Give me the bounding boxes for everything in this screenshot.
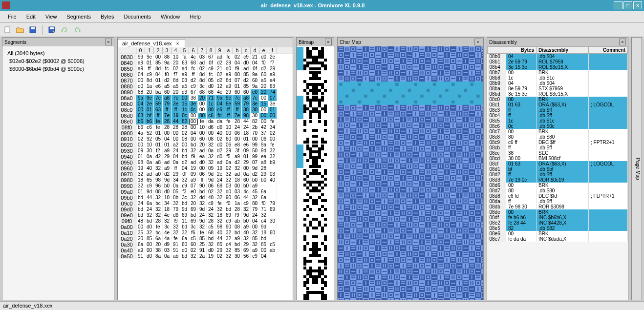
hex-row[interactable]: 0880d01ae6a5a5a5c93cd012a901859a2063 [118, 83, 293, 89]
hex-row[interactable]: 0a40a900380391d00291d029328569a900ab [118, 248, 293, 253]
disasm-row[interactable]: 08e2fe 28 44INC $4428,X [488, 220, 628, 226]
hex-row[interactable]: 0950980aa8ad0ad2add032ad0ad22907a8b9 [118, 160, 293, 165]
hex-row[interactable]: 09300930f2a924bd32ad0ad2293f09509d32 [118, 148, 293, 154]
disasm-row[interactable]: 08c51c.db $1c [488, 118, 628, 124]
disasm-row[interactable]: 08de00BRK [488, 209, 628, 215]
disasm-row[interactable]: 08db7e 98 30ROR $3098 [488, 204, 628, 209]
disasm-row[interactable]: 08cd30 00BMI $08cf [488, 156, 628, 161]
hex-tab[interactable]: air_defense_v18.xex × [118, 39, 185, 47]
disasm-row[interactable]: 08d2ff.db $ff [488, 172, 628, 177]
hex-row[interactable]: 097032ada0d2290f09069d2e32ad0ad22903 [118, 171, 293, 177]
redo-button[interactable] [72, 24, 83, 35]
hex-row[interactable]: 0a2020856a4afe6ac585bd4432a93285bd [118, 236, 293, 242]
disasm-row[interactable]: 08d780.db $80 [488, 188, 628, 193]
disasm-row[interactable]: 08c4ff.db $ff [488, 113, 628, 118]
disasm-row[interactable]: 08b004.db $04 [488, 54, 628, 60]
hex-row[interactable]: 091002920504000800600802600001000600 [118, 136, 293, 142]
segment-item[interactable]: $02e0-$02e2 ($0002 @ $0006) [5, 57, 111, 65]
disasm-row[interactable]: 08e582.db $82 [488, 226, 628, 231]
disasm-row[interactable]: 08c60c.db $0c [488, 124, 628, 129]
hex-row[interactable]: 09f048bd2832f911699d2832c9abb004c430 [118, 218, 293, 224]
sprite-tile[interactable] [297, 267, 320, 290]
menu-edit[interactable]: Edit [21, 12, 41, 21]
menu-segments[interactable]: Segments [62, 12, 96, 21]
hex-row[interactable]: 09b0bd4432100b3c32dd4032900644326a [118, 195, 293, 201]
hex-row[interactable]: 08a09a9e7ca87c003820719a9e7ca87c0007 [118, 95, 293, 101]
disasm-row[interactable]: 08c101 63ORA ($63,X); LOGCOL [488, 102, 628, 107]
hex-row[interactable]: 09801865989d3432a9ff9d24321860b0b040 [118, 177, 293, 183]
segment-item[interactable]: $6000-$6bd4 ($0bd4 @ $000c) [5, 65, 111, 73]
tab-close-icon[interactable]: × [175, 41, 181, 46]
hex-row[interactable]: 0a103532bc4e3232f6fe684032bd40321860 [118, 230, 293, 236]
menu-view[interactable]: View [41, 12, 62, 21]
hex-row[interactable]: 09d0bd243218799d699d2432bd2832797169 [118, 207, 293, 212]
hex-row[interactable]: 099032c996b00ac9079006680300b0a9 [118, 183, 293, 189]
hex-row[interactable]: 08c0000163ffff1c0c0080c6ffff38300001 [118, 107, 293, 113]
save-as-button[interactable] [46, 24, 57, 35]
disasm-row[interactable]: 08d8c6 fdDEC $fd; FLPTR+1 [488, 193, 628, 199]
menu-help[interactable]: Help [185, 12, 206, 21]
disasm-row[interactable]: 08c3ff.db $ff [488, 107, 628, 113]
charmap-close-icon[interactable]: × [474, 39, 481, 45]
col-disassembly[interactable]: Disassembly [537, 47, 589, 54]
hex-row[interactable]: 0a5091d08a0aabbd322a1902323056c904 [118, 253, 293, 259]
hex-row[interactable]: 08e0b6b6fe28448200fedadafe28448200fe [118, 119, 293, 124]
new-file-button[interactable] [2, 24, 13, 35]
disasm-row[interactable]: 08b12e 59 79ROL $7959 [488, 59, 628, 64]
bitmap-close-icon[interactable]: × [325, 39, 332, 45]
col-comment[interactable]: Comment [589, 47, 628, 54]
disasm-row[interactable]: 08c700BRK [488, 129, 628, 134]
hex-row[interactable]: 08b0042e59793e153e001c048e59793e153e [118, 101, 293, 107]
menu-file[interactable]: File [3, 12, 21, 21]
hex-row[interactable]: 09004a520100000204000040000618703702 [118, 130, 293, 136]
sprite-tile[interactable] [297, 145, 320, 168]
disasm-row[interactable]: 08c9c6 ffDEC $ff; FPTR2+1 [488, 140, 628, 145]
hex-row[interactable]: 08f0b6c6fe2828280010d6d61024242b4234 [118, 124, 293, 130]
menu-window[interactable]: Window [156, 12, 185, 21]
sprite-tile[interactable] [297, 218, 320, 241]
hex-row[interactable]: 0830999e008810fa4c0367adfc02c921d02e [118, 54, 293, 60]
disasm-row[interactable]: 08cc38SEC [488, 150, 628, 156]
hex-row[interactable]: 0870008d01d28d03d28d05d28d07d260a5a4 [118, 78, 293, 83]
charmap-canvas[interactable] [338, 46, 483, 300]
sprite-tile[interactable] [297, 242, 320, 266]
sprite-tile[interactable] [297, 169, 320, 192]
disasm-row[interactable]: 08d37e 19 0cROR $0c19 [488, 177, 628, 183]
hex-row[interactable]: 0850a9ff8dfc02adfc02c921d0f9ad0fd229 [118, 66, 293, 72]
disasm-row[interactable]: 08b43e 15 3eROL $3e15,X [488, 64, 628, 70]
sprite-tile[interactable] [297, 120, 320, 144]
disasm-row[interactable]: 08d1bf.db $bf [488, 166, 628, 172]
sprite-tile[interactable] [297, 291, 320, 300]
hex-row[interactable]: 086004c904f0f7a9ff8dfc02a900859a60a9 [118, 72, 293, 78]
undo-button[interactable] [59, 24, 70, 35]
disasm-row[interactable]: 08e7fe da daINC $dada,X [488, 236, 628, 242]
menu-documents[interactable]: Documents [119, 12, 156, 21]
disasm-row[interactable]: 08bd3e 15 3eROL $3e15,X [488, 91, 628, 97]
hex-row[interactable]: 08906820ba6020d36768684c296060e02074 [118, 89, 293, 95]
open-file-button[interactable] [15, 24, 25, 35]
col-bytes[interactable]: Bytes [506, 47, 537, 54]
sprite-tile[interactable] [297, 71, 320, 95]
disasm-row[interactable]: 08d600BRK [488, 183, 628, 188]
sprite-tile[interactable] [297, 193, 320, 217]
segments-close-icon[interactable]: × [105, 39, 112, 45]
sprite-tile[interactable] [297, 96, 320, 119]
close-button[interactable] [633, 1, 642, 9]
disasm-row[interactable]: 08daff.db $ff [488, 199, 628, 204]
hex-row[interactable]: 0940010ad22904bdf9ea32d0f5a90199ea32 [118, 154, 293, 160]
bitmap-list[interactable] [297, 46, 334, 300]
segment-item[interactable]: All (3040 bytes) [5, 49, 111, 57]
disassembly-table[interactable]: Bytes Disassembly Comment 08b004.db $040… [487, 46, 628, 300]
disasm-row[interactable]: 08b81c.db $1c [488, 75, 628, 81]
sprite-tile[interactable] [297, 47, 320, 70]
minimize-button[interactable] [614, 1, 623, 9]
disasm-row[interactable]: 08b904.db $04 [488, 81, 628, 86]
disasm-row[interactable]: 08c880.db $80 [488, 134, 628, 140]
hex-row[interactable]: 09e0bd32324ed669bd24321869f99d2432 [118, 212, 293, 218]
hex-row[interactable]: 0a306a0020d9916060253285c4bd293285c5 [118, 242, 293, 248]
hex-grid[interactable]: 0123456789abcdef 0830999e008810fa4c0367a… [118, 47, 293, 300]
disassembly-close-icon[interactable]: × [619, 39, 626, 45]
hex-row[interactable]: 09a0019d08d005f3e0bd0232d0034c456a [118, 189, 293, 195]
hex-row[interactable]: 09c0346abc3432bd2032c9fef01ac980f079 [118, 201, 293, 207]
disasm-row[interactable]: 08cbff.db $ff [488, 145, 628, 150]
